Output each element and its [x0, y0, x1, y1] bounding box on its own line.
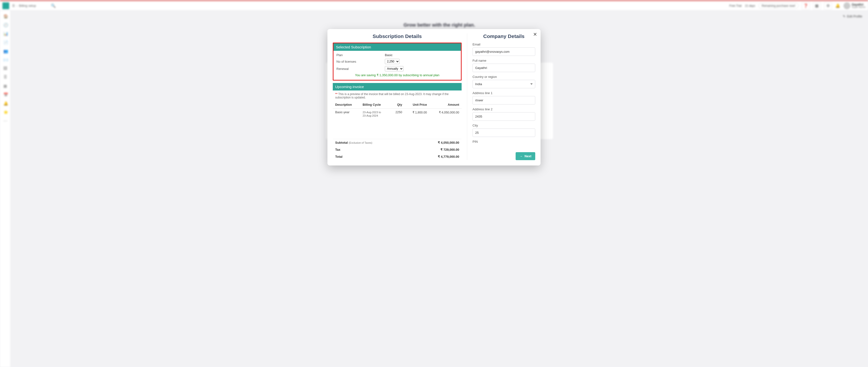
- invoice-preview-note: ** This is a preview of the invoice that…: [333, 91, 462, 101]
- fullname-field[interactable]: [472, 64, 535, 72]
- country-select[interactable]: India: [472, 80, 535, 88]
- col-amount: Amount: [429, 101, 462, 109]
- col-unit-price: Unit Price: [404, 101, 429, 109]
- renewal-select[interactable]: Annually: [385, 66, 403, 71]
- close-button[interactable]: ✕: [533, 31, 537, 37]
- subtotal-hint: (Exclusive of Taxes): [349, 141, 372, 144]
- pin-label: PIN: [472, 140, 535, 143]
- licenses-label: No of licenses: [336, 60, 385, 63]
- email-field[interactable]: [472, 47, 535, 56]
- selected-subscription-header: Selected Subscription: [334, 43, 461, 51]
- line-desc: Basic-year: [333, 109, 360, 120]
- total-label: Total: [335, 155, 342, 159]
- subtotal-value: ₹ 4,050,000.00: [438, 141, 459, 144]
- tax-value: ₹ 729,000.00: [440, 148, 459, 152]
- addr1-label: Address line 1: [472, 91, 535, 95]
- country-label: Country or region: [472, 75, 535, 79]
- saving-note: You are saving ₹ 1,350,000.00 by subscri…: [336, 73, 458, 77]
- renewal-label: Renewal: [336, 67, 385, 71]
- total-value: ₹ 4,779,000.00: [438, 155, 459, 159]
- invoice-line: Basic-year 23-Aug-2023 to 23-Aug-2024 22…: [333, 109, 462, 120]
- next-button[interactable]: → Next: [516, 152, 535, 160]
- col-qty: Qty: [390, 101, 405, 109]
- plan-label: Plan: [336, 53, 385, 57]
- licenses-select[interactable]: 2,250: [385, 59, 400, 64]
- email-label: Email: [472, 42, 535, 46]
- addr2-field[interactable]: [472, 112, 535, 121]
- line-amount: ₹ 4,050,000.00: [429, 109, 462, 120]
- note-asterisks: **: [335, 92, 338, 96]
- subscription-modal: ✕ Subscription Details Selected Subscrip…: [328, 29, 540, 165]
- company-details-title: Company Details: [472, 33, 535, 39]
- line-qty: 2250: [390, 109, 405, 120]
- fullname-label: Full name: [472, 59, 535, 62]
- city-label: City: [472, 124, 535, 127]
- subtotal-label: Subtotal: [335, 141, 348, 144]
- selected-subscription-highlight: Selected Subscription Plan Basic No of l…: [333, 42, 462, 80]
- city-field[interactable]: [472, 129, 535, 137]
- line-cycle: 23-Aug-2023 to 23-Aug-2024: [360, 109, 390, 120]
- plan-value: Basic: [385, 53, 393, 57]
- upcoming-invoice-header: Upcoming invoice: [333, 83, 462, 91]
- line-unit: ₹ 1,800.00: [404, 109, 429, 120]
- modal-overlay: ✕ Subscription Details Selected Subscrip…: [0, 0, 868, 367]
- col-description: Description: [333, 101, 360, 109]
- addr2-label: Address line 2: [472, 107, 535, 111]
- tax-label: Tax: [335, 148, 340, 152]
- invoice-totals: Subtotal (Exclusive of Taxes) ₹ 4,050,00…: [333, 139, 462, 160]
- col-billing-cycle: Billing Cycle: [360, 101, 390, 109]
- addr1-field[interactable]: [472, 96, 535, 104]
- arrow-right-icon: →: [520, 154, 523, 158]
- invoice-table: Description Billing Cycle Qty Unit Price…: [333, 101, 462, 139]
- subscription-details-title: Subscription Details: [333, 33, 462, 39]
